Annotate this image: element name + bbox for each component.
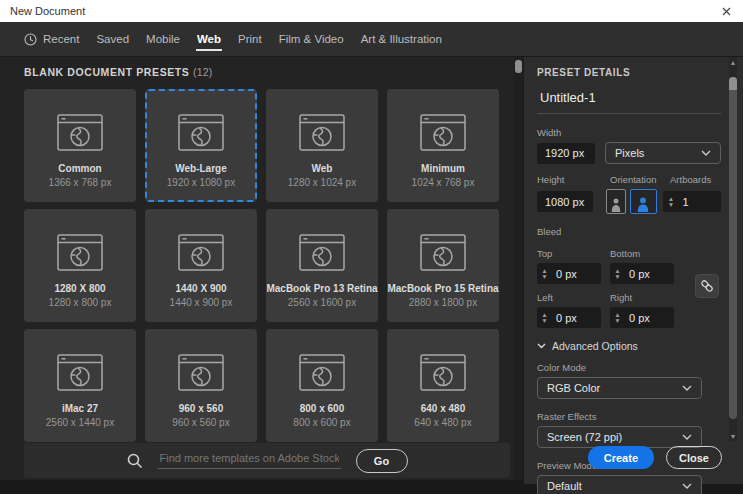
bleed-section: Top ▲▼ 0 px Left ▲▼ 0 px Bottom ▲▼ bbox=[537, 240, 721, 328]
chevron-down-icon bbox=[682, 434, 692, 440]
stepper-arrows[interactable]: ▲▼ bbox=[610, 268, 625, 280]
preset-card-web-large[interactable]: Web-Large 1920 x 1080 px bbox=[145, 89, 257, 202]
height-label: Height bbox=[537, 174, 610, 185]
browser-globe-icon bbox=[299, 234, 345, 271]
preview-mode-dropdown[interactable]: Default bbox=[537, 475, 702, 494]
left-scrollbar-thumb[interactable] bbox=[515, 60, 522, 73]
tab-recent[interactable]: Recent bbox=[24, 22, 79, 56]
stepper-arrows[interactable]: ▲▼ bbox=[610, 312, 625, 324]
dialog-title: New Document bbox=[10, 5, 85, 17]
tab-saved[interactable]: Saved bbox=[96, 22, 129, 56]
raster-effects-label: Raster Effects bbox=[537, 411, 721, 422]
stepper-arrows[interactable]: ▲▼ bbox=[537, 268, 552, 280]
preset-card-web[interactable]: Web 1280 x 1024 px bbox=[266, 89, 378, 202]
advanced-options-toggle[interactable]: Advanced Options bbox=[537, 340, 721, 352]
preset-card-960-x-560[interactable]: 960 x 560 960 x 560 px bbox=[145, 329, 257, 442]
preset-card-1280-x-800[interactable]: 1280 X 800 1280 x 800 px bbox=[24, 209, 136, 322]
preset-grid: Common 1366 x 768 px Web-Large 1920 x 10… bbox=[24, 89, 514, 442]
panel-scrollbar-thumb[interactable] bbox=[729, 77, 737, 419]
landscape-icon[interactable] bbox=[630, 189, 657, 214]
preset-card-1440-x-900[interactable]: 1440 X 900 1440 x 900 px bbox=[145, 209, 257, 322]
link-bleed-button[interactable] bbox=[695, 274, 719, 298]
browser-globe-icon bbox=[420, 114, 466, 151]
artboards-label: Artboards bbox=[670, 174, 711, 185]
tab-film-video[interactable]: Film & Video bbox=[279, 22, 344, 56]
bleed-bottom-label: Bottom bbox=[610, 248, 674, 259]
preset-card-minimum[interactable]: Minimum 1024 x 768 px bbox=[387, 89, 499, 202]
search-input[interactable] bbox=[158, 452, 341, 469]
browser-globe-icon bbox=[299, 354, 345, 391]
bleed-left-label: Left bbox=[537, 292, 601, 303]
browser-globe-icon bbox=[57, 354, 103, 391]
new-document-dialog: New Document Recent Saved Mobile bbox=[0, 0, 743, 494]
preset-card-800-x-600[interactable]: 800 x 600 800 x 600 px bbox=[266, 329, 378, 442]
bleed-label: Bleed bbox=[537, 226, 721, 237]
chevron-down-icon bbox=[537, 343, 546, 349]
left-scrollbar[interactable] bbox=[514, 57, 523, 480]
artboards-stepper[interactable]: ▲▼ 1 bbox=[663, 191, 721, 212]
document-name-field[interactable]: Untitled-1 bbox=[537, 88, 721, 114]
browser-globe-icon bbox=[178, 114, 224, 151]
color-mode-label: Color Mode bbox=[537, 362, 721, 373]
preset-card-imac-27[interactable]: iMac 27 2560 x 1440 px bbox=[24, 329, 136, 442]
search-icon bbox=[127, 453, 143, 469]
browser-globe-icon bbox=[178, 354, 224, 391]
bleed-right-label: Right bbox=[610, 292, 674, 303]
tab-web[interactable]: Web bbox=[197, 22, 221, 56]
stepper-arrows[interactable]: ▲▼ bbox=[537, 312, 552, 324]
orientation-label: Orientation bbox=[610, 174, 670, 185]
create-button[interactable]: Create bbox=[588, 446, 654, 469]
presets-count: (12) bbox=[193, 66, 212, 78]
browser-globe-icon bbox=[299, 114, 345, 151]
clock-icon bbox=[24, 33, 37, 46]
link-icon bbox=[700, 279, 714, 293]
panel-scrollbar[interactable]: ▲ ▼ bbox=[729, 57, 737, 441]
browser-globe-icon bbox=[178, 234, 224, 271]
color-mode-dropdown[interactable]: RGB Color bbox=[537, 377, 702, 399]
go-button[interactable]: Go bbox=[356, 449, 408, 473]
browser-globe-icon bbox=[420, 354, 466, 391]
tab-art-illustration[interactable]: Art & Illustration bbox=[361, 22, 442, 56]
bleed-top-label: Top bbox=[537, 248, 601, 259]
scroll-up-icon[interactable]: ▲ bbox=[729, 59, 737, 66]
portrait-icon[interactable] bbox=[606, 189, 626, 214]
scroll-down-icon[interactable]: ▼ bbox=[729, 433, 737, 440]
presets-heading: BLANK DOCUMENT PRESETS (12) bbox=[0, 57, 514, 78]
presets-area: BLANK DOCUMENT PRESETS (12) Common 1366 … bbox=[0, 57, 514, 480]
chevron-down-icon bbox=[701, 150, 711, 156]
tab-print[interactable]: Print bbox=[238, 22, 262, 56]
height-input[interactable]: 1080 px bbox=[537, 191, 593, 212]
template-search-band: Go bbox=[24, 443, 510, 478]
preset-card-macbook-pro-13-retina[interactable]: MacBook Pro 13 Retina 2560 x 1600 px bbox=[266, 209, 378, 322]
panel-heading: PRESET DETAILS bbox=[537, 67, 721, 78]
browser-globe-icon bbox=[57, 234, 103, 271]
preset-details-panel: PRESET DETAILS Untitled-1 Width 1920 px … bbox=[524, 57, 743, 484]
close-icon[interactable] bbox=[719, 4, 733, 18]
units-dropdown[interactable]: Pixels bbox=[605, 142, 721, 164]
bleed-bottom-stepper[interactable]: ▲▼ 0 px bbox=[610, 263, 674, 284]
bleed-right-stepper[interactable]: ▲▼ 0 px bbox=[610, 307, 674, 328]
bleed-top-stepper[interactable]: ▲▼ 0 px bbox=[537, 263, 601, 284]
tab-mobile[interactable]: Mobile bbox=[146, 22, 180, 56]
bleed-left-stepper[interactable]: ▲▼ 0 px bbox=[537, 307, 601, 328]
preset-card-common[interactable]: Common 1366 x 768 px bbox=[24, 89, 136, 202]
width-input[interactable]: 1920 px bbox=[537, 143, 595, 164]
preset-card-macbook-pro-15-retina[interactable]: MacBook Pro 15 Retina 2880 x 1800 px bbox=[387, 209, 499, 322]
browser-globe-icon bbox=[420, 234, 466, 271]
raster-effects-dropdown[interactable]: Screen (72 ppi) bbox=[537, 426, 702, 448]
browser-globe-icon bbox=[57, 114, 103, 151]
category-tabbar: Recent Saved Mobile Web Print bbox=[0, 22, 743, 57]
chevron-down-icon bbox=[682, 483, 692, 489]
preset-card-640-x-480[interactable]: 640 x 480 640 x 480 px bbox=[387, 329, 499, 442]
title-bar: New Document bbox=[0, 0, 743, 22]
stepper-arrows[interactable]: ▲▼ bbox=[663, 196, 678, 208]
close-button[interactable]: Close bbox=[666, 446, 722, 469]
chevron-down-icon bbox=[682, 385, 692, 391]
width-label: Width bbox=[537, 127, 721, 138]
